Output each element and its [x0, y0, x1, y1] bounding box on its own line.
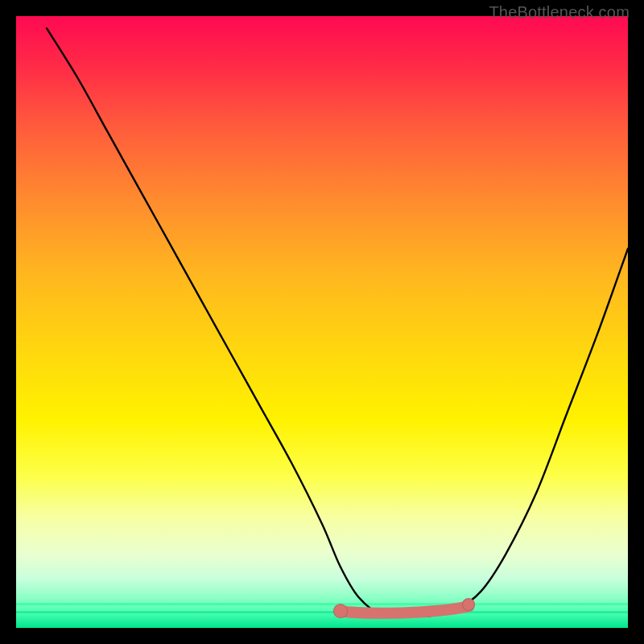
lowband-start-marker: [333, 604, 348, 618]
lowband-segment: [341, 606, 469, 613]
plot-area: [16, 16, 628, 628]
curve-svg: [16, 16, 628, 628]
bottleneck-curve: [47, 28, 628, 617]
watermark-text: TheBottleneck.com: [489, 3, 630, 22]
